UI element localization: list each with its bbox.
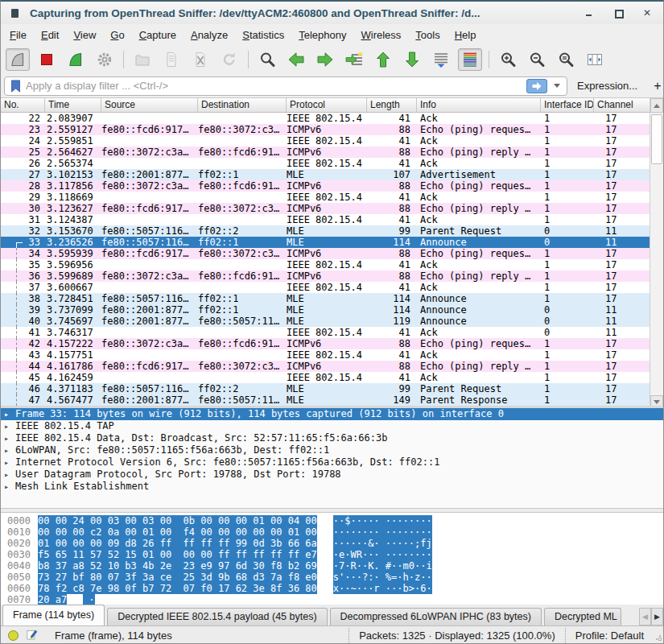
status-profile[interactable]: Profile: Default [565,628,654,643]
menu-go[interactable]: Go [103,26,131,44]
expand-arrow-icon[interactable]: ▸ [4,469,15,481]
expert-info-icon[interactable] [8,630,19,641]
packet-row-46[interactable]: 464.371183fe80::5057:116…ff02::2MLE99Par… [1,383,651,394]
hex-bytes[interactable]: 20 a7 [38,594,67,605]
ascii-bytes[interactable]: ········ ········ [333,526,432,538]
resize-columns-icon[interactable] [583,48,607,71]
menu-statistics[interactable]: Statistics [235,26,291,44]
packet-row-32[interactable]: 323.153670fe80::5057:116…ff02::2MLE99Par… [1,225,651,237]
hex-row-0030[interactable]: 0030f5 65 11 57 52 15 01 00 00 00 ff ff … [7,549,663,560]
packet-row-41[interactable]: 413.746317IEEE 802.15.441Ack011 [1,327,651,338]
capture-start-icon[interactable] [6,48,30,71]
zoom-out-icon[interactable] [525,48,549,71]
display-filter-input[interactable]: Apply a display filter ... <Ctrl-/> [4,76,567,96]
packet-row-26[interactable]: 262.565374IEEE 802.15.441Ack117 [1,158,651,169]
expand-arrow-icon[interactable]: ▸ [4,408,15,420]
column-header-interface-id[interactable]: Interface ID [541,98,594,112]
colorize-icon[interactable] [458,48,482,71]
byte-tab-2[interactable]: Decompressed 6LoWPAN IPHC (83 bytes) [330,608,542,625]
packet-row-33[interactable]: 333.236526fe80::5057:116…ff02::1MLE114An… [1,237,651,248]
find-packet-icon[interactable] [255,48,279,71]
capture-restart-icon[interactable] [64,48,88,71]
maximize-button[interactable] [613,8,623,18]
packet-row-39[interactable]: 393.737099fe80::2001:877…ff02::1MLE114An… [1,304,651,316]
filter-bookmark-icon[interactable] [10,79,22,93]
detail-line-4[interactable]: ▸Internet Protocol Version 6, Src: fe80:… [1,456,663,469]
expand-arrow-icon[interactable]: ▸ [4,444,15,456]
hex-row-0070[interactable]: 007020 a7 · [7,594,663,605]
column-header-destination[interactable]: Destination [198,98,287,112]
expand-arrow-icon[interactable]: ▸ [4,481,15,493]
detail-line-2[interactable]: ▸IEEE 802.15.4 Data, Dst: Broadcast, Src… [1,432,663,444]
scrollbar-thumb[interactable] [651,114,662,164]
detail-line-3[interactable]: ▸6LoWPAN, Src: fe80::5057:1165:f56a:663b… [1,444,663,456]
go-back-icon[interactable] [284,48,308,71]
ascii-bytes[interactable]: ·7·R··K. #··m0··i [333,560,432,572]
menu-file[interactable]: File [2,26,34,44]
detail-line-5[interactable]: ▸User Datagram Protocol, Src Port: 19788… [1,469,663,481]
packet-row-37[interactable]: 373.600667IEEE 802.15.441Ack117 [1,282,651,293]
hex-row-0060[interactable]: 006078 f2 c8 7e 98 0f b7 72 07 f0 17 62 … [7,583,663,594]
expand-arrow-icon[interactable]: ▸ [4,456,15,469]
menu-help[interactable]: Help [447,26,484,44]
scroll-up-icon[interactable] [650,98,663,113]
packet-row-47[interactable]: 474.567477fe80::2001:877…fe80::5057:11…M… [1,394,651,406]
column-header-source[interactable]: Source [101,98,198,112]
byte-tab-0[interactable]: Frame (114 bytes) [2,605,105,625]
menu-wireless[interactable]: Wireless [354,26,409,44]
capture-stop-icon[interactable] [35,48,59,71]
hex-bytes[interactable]: f5 65 11 57 52 15 01 00 00 00 ff ff ff f… [38,549,317,560]
packet-list-scrollbar[interactable] [650,98,663,408]
packet-row-43[interactable]: 434.157751IEEE 802.15.441Ack117 [1,349,651,361]
menu-view[interactable]: View [66,26,103,44]
packet-row-38[interactable]: 383.728451fe80::5057:116…ff02::1MLE114An… [1,293,651,304]
filter-apply-button[interactable] [526,79,547,93]
hex-bytes[interactable]: 00 00 00 c2 0a 00 01 00 f4 00 00 00 00 0… [38,526,317,538]
column-header-channel[interactable]: Channel [594,98,651,112]
packet-row-34[interactable]: 343.595939fe80::fcd6:917…fe80::3072:c3…I… [1,248,651,259]
detail-line-0[interactable]: ▸Frame 33: 114 bytes on wire (912 bits),… [1,408,663,420]
packet-row-45[interactable]: 454.162459IEEE 802.15.441Ack117 [1,372,651,383]
hex-bytes[interactable]: 01 00 00 00 09 d8 26 ff ff ff ff 99 0d 3… [38,538,317,549]
column-header-length[interactable]: Length [367,98,417,112]
autoscroll-icon[interactable] [429,48,453,71]
column-header-time[interactable]: Time [45,98,101,112]
column-header-info[interactable]: Info [417,98,541,112]
menu-tools[interactable]: Tools [408,26,447,44]
go-bottom-icon[interactable] [400,48,424,71]
column-header-protocol[interactable]: Protocol [287,98,367,112]
tab-scroll-left-icon[interactable]: ◀ [639,608,651,625]
hex-bytes[interactable]: 78 f2 c8 7e 98 0f b7 72 07 f0 17 62 3e 8… [38,583,317,594]
go-top-icon[interactable] [371,48,395,71]
close-button[interactable]: ✕ [642,8,652,18]
ascii-bytes[interactable]: x··~···r ···b>·6· [333,583,432,594]
capture-options-icon[interactable] [93,48,117,71]
menu-analyze[interactable]: Analyze [184,26,235,44]
zoom-original-icon[interactable] [554,48,578,71]
filter-dropdown-caret[interactable] [554,84,560,88]
expression-button[interactable]: Expression... [567,80,645,92]
ascii-bytes[interactable]: ······&· ·····;fj [333,538,432,549]
ascii-bytes[interactable]: · [83,594,94,605]
packet-row-36[interactable]: 363.599689fe80::3072:c3a…fe80::fcd6:91…I… [1,270,651,282]
column-header-no[interactable]: No. [1,98,45,112]
packet-row-25[interactable]: 252.564627fe80::3072:c3a…fe80::fcd6:91…I… [1,147,651,158]
expand-arrow-icon[interactable]: ▸ [4,432,15,444]
packet-row-29[interactable]: 293.118669IEEE 802.15.441Ack117 [1,192,651,203]
resize-grip[interactable] [654,630,662,641]
hex-row-0050[interactable]: 005073 27 bf 80 07 3f 3a ce 25 3d 9b 68 … [7,572,663,583]
zoom-in-icon[interactable] [496,48,520,71]
minimize-button[interactable] [584,8,594,18]
hex-bytes[interactable]: 73 27 bf 80 07 3f 3a ce 25 3d 9b 68 d3 7… [38,572,317,583]
packet-row-31[interactable]: 313.124387IEEE 802.15.441Ack117 [1,214,651,225]
packet-row-35[interactable]: 353.596956IEEE 802.15.441Ack117 [1,259,651,270]
hex-bytes[interactable]: 00 00 24 00 03 00 03 00 0b 00 00 00 01 0… [38,515,317,526]
menu-telephony[interactable]: Telephony [291,26,353,44]
hex-row-0020[interactable]: 002001 00 00 00 09 d8 26 ff ff ff ff 99 … [7,538,663,549]
expand-arrow-icon[interactable]: ▸ [4,420,15,432]
menu-edit[interactable]: Edit [34,26,66,44]
byte-tab-3[interactable]: Decrypted ML [544,608,621,625]
hex-bytes[interactable]: b8 37 a8 52 10 b3 4b 2e 23 e9 97 6d 30 f… [38,560,317,572]
detail-line-1[interactable]: ▸IEEE 802.15.4 TAP [1,420,663,432]
packet-row-30[interactable]: 303.123627fe80::fcd6:917…fe80::3072:c3…I… [1,203,651,214]
